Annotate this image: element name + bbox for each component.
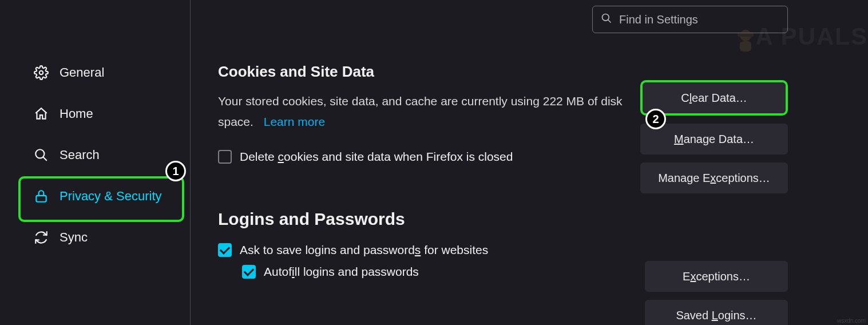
svg-rect-5 [740,41,751,51]
checkbox-label: Delete cookies and site data when Firefo… [240,150,513,164]
learn-more-link[interactable]: Learn more [264,115,325,128]
logins-buttons: Exceptions… Saved Logins… [645,261,788,325]
svg-point-1 [35,149,44,158]
settings-search-input[interactable] [618,13,779,27]
manage-data-button[interactable]: Manage Data… [640,124,788,154]
checkbox-checked-icon[interactable] [218,243,232,257]
sidebar-item-privacy-security[interactable]: Privacy & Security [8,176,182,216]
settings-search[interactable] [592,6,788,33]
credit-text: wsxdn.com [837,318,866,324]
checkbox-label: Ask to save logins and passwords for web… [240,243,488,257]
manage-exceptions-button[interactable]: Manage Exceptions… [640,162,788,193]
checkbox-label: Autofill logins and passwords [264,265,419,279]
search-icon [33,147,49,163]
checkbox-checked-icon[interactable] [242,265,256,279]
sidebar-item-label: General [60,65,104,80]
sidebar-item-search[interactable]: Search [8,135,182,175]
svg-point-3 [603,14,609,21]
home-icon [33,106,49,122]
clear-data-button[interactable]: Clear Data… [643,82,786,113]
sidebar-item-home[interactable]: Home [8,94,182,134]
cookies-buttons: Clear Data… Manage Data… Manage Exceptio… [640,80,788,193]
sidebar-item-label: Sync [60,230,88,245]
sidebar-item-general[interactable]: General [8,53,182,93]
search-icon [601,13,612,27]
sidebar-item-label: Search [60,148,100,162]
gear-icon [33,65,49,81]
lock-icon [33,188,49,204]
sidebar-item-sync[interactable]: Sync [8,217,182,257]
cookies-heading: Cookies and Site Data [218,63,845,81]
svg-point-0 [39,71,43,75]
ask-save-logins[interactable]: Ask to save logins and passwords for web… [218,243,845,257]
sync-icon [33,229,49,245]
logins-exceptions-button[interactable]: Exceptions… [645,261,788,292]
saved-logins-button[interactable]: Saved Logins… [645,300,788,325]
svg-rect-2 [36,196,46,202]
annotation-highlight-2: Clear Data… [640,80,788,116]
settings-sidebar: General Home Search Privacy & Security S [0,0,191,325]
checkbox-unchecked-icon[interactable] [218,150,232,164]
logins-heading: Logins and Passwords [218,209,845,229]
cookies-description: Your stored cookies, site data, and cach… [218,91,624,132]
settings-main: Cookies and Site Data Your stored cookie… [191,0,868,325]
sidebar-item-label: Privacy & Security [60,189,162,204]
sidebar-item-label: Home [60,106,93,121]
